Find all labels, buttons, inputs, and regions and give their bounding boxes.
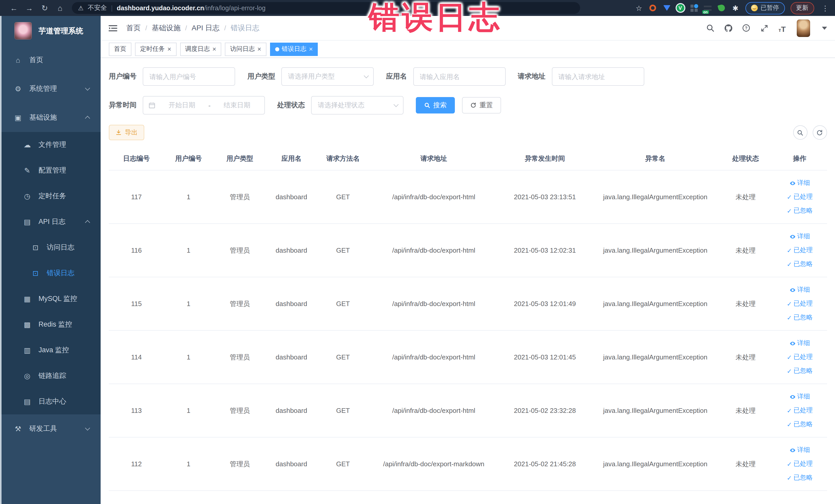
avatar[interactable] [796, 19, 810, 37]
breadcrumb-item[interactable]: 基础设施 [152, 23, 180, 33]
fullscreen-icon[interactable] [759, 23, 769, 33]
refresh-icon [470, 102, 476, 108]
log-center-icon: ▤ [23, 398, 32, 406]
processed-link[interactable]: ✓已处理 [787, 353, 813, 362]
ignored-link[interactable]: ✓已忽略 [787, 420, 813, 429]
help-icon[interactable]: ? [741, 23, 751, 33]
sidebar-item-基础设施[interactable]: ▣基础设施 [0, 103, 101, 132]
request-url-input[interactable] [552, 67, 644, 86]
breadcrumb-item[interactable]: 首页 [126, 23, 141, 33]
detail-link[interactable]: 详细 [789, 232, 810, 241]
detail-link[interactable]: 详细 [789, 392, 810, 401]
sidebar-menu: ⌂首页⚙系统管理▣基础设施☁文件管理✎配置管理◷定时任务▤API 日志⊡访问日志… [0, 46, 101, 443]
tab-错误日志[interactable]: 错误日志× [270, 42, 318, 56]
sidebar-item-链路追踪[interactable]: ◎链路追踪 [0, 363, 101, 389]
extension-switch-icon[interactable] [704, 4, 712, 12]
tab-调度日志[interactable]: 调度日志× [180, 42, 221, 56]
browser-forward-icon[interactable]: → [22, 4, 37, 12]
sidebar-item-首页[interactable]: ⌂首页 [0, 46, 101, 75]
app-name-input[interactable] [413, 67, 505, 86]
extension-puzzle-icon[interactable]: ✱ [731, 4, 739, 12]
sidebar-item-mysql-监控[interactable]: ▦MySQL 监控 [0, 286, 101, 312]
sidebar-item-label: 错误日志 [47, 268, 75, 278]
address-bar[interactable]: ⚠ 不安全 | dashboard.yudao.iocoder.cn/infra… [72, 2, 580, 14]
detail-link[interactable]: 详细 [789, 339, 810, 348]
ignored-link[interactable]: ✓已忽略 [787, 367, 813, 375]
extension-v-icon[interactable]: V [676, 4, 684, 12]
github-icon[interactable] [724, 23, 733, 33]
refresh-table-button[interactable] [812, 125, 827, 140]
filter-row-2: 异常时间 开始日期 - 结束日期 处理状态 请选择处理状态 [109, 96, 827, 115]
browser-home-icon[interactable]: ⌂ [53, 4, 68, 12]
user-type-select[interactable]: 请选择用户类型 [281, 67, 374, 86]
process-status-select[interactable]: 请选择处理状态 [311, 96, 404, 115]
cell-method: GET [316, 437, 370, 491]
sidebar-item-文件管理[interactable]: ☁文件管理 [0, 132, 101, 158]
cell-time: 2021-05-03 12:01:45 [498, 330, 592, 384]
browser-back-icon[interactable]: ← [6, 4, 22, 12]
chevron-down-icon [85, 85, 90, 90]
close-tab-icon[interactable]: × [309, 46, 313, 53]
font-size-icon[interactable]: тT [777, 23, 787, 33]
close-tab-icon[interactable]: × [257, 46, 261, 53]
ignored-link[interactable]: ✓已忽略 [787, 260, 813, 268]
export-button[interactable]: 导出 [109, 125, 144, 140]
processed-link[interactable]: ✓已处理 [787, 460, 813, 468]
home-icon: ⌂ [13, 56, 23, 64]
sidebar-item-api-日志[interactable]: ▤API 日志 [0, 209, 101, 235]
extension-adblock-icon[interactable] [649, 4, 657, 12]
hamburger-icon[interactable] [108, 23, 118, 33]
ignored-link[interactable]: ✓已忽略 [787, 473, 813, 482]
processed-link[interactable]: ✓已处理 [787, 406, 813, 415]
devtools-icon: ⚒ [13, 425, 23, 433]
toggle-search-button[interactable] [793, 125, 807, 140]
extension-leaf-icon[interactable] [717, 4, 726, 12]
bookmark-star-icon[interactable]: ☆ [635, 4, 643, 12]
detail-link[interactable]: 详细 [789, 446, 810, 455]
logo-image [14, 22, 32, 40]
browser-extensions-zone: ☆ V ✱ 已暂停 更新 ⋮ [635, 2, 829, 14]
sidebar-item-redis-监控[interactable]: ▩Redis 监控 [0, 312, 101, 337]
tab-定时任务[interactable]: 定时任务× [135, 42, 176, 56]
cell-exception: java.lang.IllegalArgumentException [592, 330, 718, 384]
sidebar-item-日志中心[interactable]: ▤日志中心 [0, 389, 101, 415]
avatar-caret-icon[interactable] [822, 26, 827, 29]
extension-grid-icon[interactable] [690, 4, 698, 12]
detail-link[interactable]: 详细 [789, 179, 810, 187]
processed-link[interactable]: ✓已处理 [787, 193, 813, 201]
user-id-input[interactable] [143, 67, 235, 86]
sidebar-item-java-监控[interactable]: ▥Java 监控 [0, 337, 101, 363]
emoji-face-icon [751, 5, 757, 11]
ignored-link[interactable]: ✓已忽略 [787, 206, 813, 215]
sidebar-item-定时任务[interactable]: ◷定时任务 [0, 183, 101, 209]
update-badge[interactable]: 更新 [790, 2, 814, 14]
browser-menu-icon[interactable]: ⋮ [822, 4, 829, 12]
tab-访问日志[interactable]: 访问日志× [225, 42, 266, 56]
sidebar-item-配置管理[interactable]: ✎配置管理 [0, 158, 101, 183]
paused-badge[interactable]: 已暂停 [745, 2, 785, 14]
processed-link[interactable]: ✓已处理 [787, 246, 813, 255]
close-tab-icon[interactable]: × [167, 46, 171, 53]
view-icon [789, 340, 795, 346]
sidebar-item-访问日志[interactable]: ⊡访问日志 [0, 235, 101, 260]
detail-link[interactable]: 详细 [789, 285, 810, 294]
sidebar-scrollbar[interactable] [0, 16, 2, 504]
exception-time-range-picker[interactable]: 开始日期 - 结束日期 [143, 96, 265, 115]
sidebar-item-系统管理[interactable]: ⚙系统管理 [0, 75, 101, 103]
tab-首页[interactable]: 首页 [109, 42, 131, 56]
sidebar-logo-row[interactable]: 芋道管理系统 [0, 16, 101, 46]
extension-shield-icon[interactable] [663, 4, 671, 12]
ignored-link[interactable]: ✓已忽略 [787, 313, 813, 322]
column-header: 异常发生时间 [498, 147, 592, 170]
sidebar-item-研发工具[interactable]: ⚒研发工具 [0, 415, 101, 443]
search-icon[interactable] [706, 23, 715, 33]
close-tab-icon[interactable]: × [212, 46, 216, 53]
browser-reload-icon[interactable]: ↻ [37, 3, 53, 13]
end-date-placeholder: 结束日期 [215, 101, 259, 110]
reset-button[interactable]: 重置 [462, 97, 501, 114]
search-button[interactable]: 搜索 [416, 97, 455, 114]
sidebar-item-错误日志[interactable]: ⊡错误日志 [0, 260, 101, 286]
processed-link[interactable]: ✓已处理 [787, 299, 813, 308]
breadcrumb-item[interactable]: API 日志 [192, 23, 220, 33]
cell-app: dashboard [267, 224, 316, 277]
